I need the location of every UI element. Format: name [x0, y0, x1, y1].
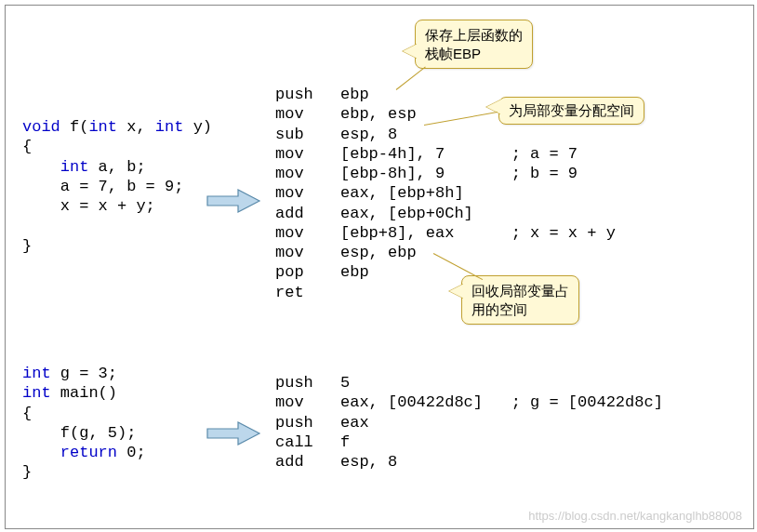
asm-opcode: add: [275, 452, 340, 472]
asm-opcode: mov: [275, 183, 340, 203]
asm-operand: esp, 8: [340, 125, 397, 144]
asm-line: addeax, [ebp+0Ch]: [275, 205, 473, 222]
code-token: int: [22, 365, 51, 382]
code-token: int: [22, 384, 51, 402]
asm-opcode: push: [275, 373, 340, 392]
svg-marker-1: [207, 422, 259, 445]
svg-marker-0: [207, 190, 259, 212]
arrow-f-to-asm: [206, 187, 261, 215]
asm-operand: [ebp-8h], 9: [340, 164, 445, 183]
code-token: int: [22, 158, 88, 176]
code-token: {: [22, 138, 32, 155]
code-token: g = 3;: [51, 365, 117, 382]
code-token: }: [22, 463, 32, 481]
asm-line: movebp, esp: [275, 105, 417, 123]
code-token: a, b;: [88, 158, 145, 176]
code-token: int: [88, 118, 117, 136]
asm-opcode: ret: [275, 283, 340, 302]
asm-operand: eax, [ebp+8h]: [340, 183, 464, 203]
asm-listing-main: push5 moveax, [00422d8c] ; g = [00422d8c…: [275, 373, 663, 472]
asm-opcode: pop: [275, 262, 340, 282]
asm-operand: ebp: [340, 85, 369, 104]
asm-opcode: mov: [275, 144, 340, 164]
c-source-f: void f(int x, int y) { int a, b; a = 7, …: [22, 117, 212, 256]
code-token: 0;: [117, 444, 146, 461]
asm-line: mov[ebp-4h], 7 ; a = 7: [275, 145, 578, 163]
asm-operand: esp, 8: [340, 452, 397, 472]
code-token: f(: [60, 118, 89, 136]
code-token: f(g, 5);: [22, 424, 136, 442]
asm-line: callf: [275, 433, 350, 451]
asm-opcode: mov: [275, 164, 340, 183]
asm-line: addesp, 8: [275, 453, 397, 471]
asm-operand: eax, [ebp+0Ch]: [340, 204, 473, 223]
c-source-main: int g = 3; int main() { f(g, 5); return …: [22, 364, 146, 483]
asm-line: subesp, 8: [275, 126, 397, 143]
asm-operand: 5: [340, 373, 350, 392]
asm-opcode: sub: [275, 125, 340, 144]
asm-operand: esp, ebp: [340, 243, 417, 262]
asm-listing-f: pushebp movebp, esp subesp, 8 mov[ebp-4h…: [275, 85, 616, 302]
asm-opcode: mov: [275, 392, 340, 412]
asm-comment: ; a = 7: [445, 145, 578, 163]
code-token: }: [22, 237, 32, 255]
callout-free-local: 回收局部变量占用的空间: [461, 275, 579, 325]
asm-operand: eax: [340, 413, 369, 432]
asm-line: movesp, ebp: [275, 244, 417, 261]
code-token: x,: [117, 118, 155, 136]
asm-operand: [ebp+8], eax: [340, 223, 454, 243]
asm-opcode: call: [275, 432, 340, 452]
asm-operand: ebp: [340, 262, 369, 282]
callout-save-ebp: 保存上层函数的栈帧EBP: [415, 20, 533, 69]
asm-operand: ebp, esp: [340, 104, 417, 124]
asm-operand: eax, [00422d8c]: [340, 392, 483, 412]
watermark-text: https://blog.csdn.net/kangkanglhb88008: [528, 509, 742, 523]
asm-opcode: mov: [275, 243, 340, 262]
asm-opcode: mov: [275, 223, 340, 243]
asm-comment: ; g = [00422d8c]: [483, 393, 663, 411]
asm-opcode: mov: [275, 104, 340, 124]
asm-operand: [ebp-4h], 7: [340, 144, 445, 164]
asm-opcode: push: [275, 85, 340, 104]
asm-line: moveax, [ebp+8h]: [275, 184, 464, 202]
code-token: x = x + y;: [22, 197, 155, 215]
asm-line: popebp: [275, 263, 369, 281]
asm-line: push5: [275, 374, 350, 392]
asm-line: pushebp: [275, 86, 369, 103]
asm-comment: ; b = 9: [445, 165, 578, 182]
asm-comment: ; x = x + y: [454, 224, 615, 242]
arrow-main-to-asm: [206, 419, 261, 447]
code-token: a = 7, b = 9;: [22, 178, 183, 195]
asm-line: mov[ebp-8h], 9 ; b = 9: [275, 165, 578, 182]
code-token: return: [22, 444, 117, 461]
callout-text: 回收局部变量占用的空间: [471, 283, 569, 317]
asm-opcode: push: [275, 413, 340, 432]
asm-opcode: add: [275, 204, 340, 223]
code-token: main(): [51, 384, 117, 402]
asm-line: pusheax: [275, 414, 369, 432]
code-token: {: [22, 405, 32, 422]
code-token: int: [155, 118, 184, 136]
asm-operand: f: [340, 432, 350, 452]
asm-line: ret: [275, 284, 340, 301]
asm-line: mov[ebp+8], eax ; x = x + y: [275, 224, 616, 242]
code-token: void: [22, 118, 60, 136]
callout-text: 保存上层函数的栈帧EBP: [425, 27, 523, 61]
asm-line: moveax, [00422d8c] ; g = [00422d8c]: [275, 393, 663, 411]
code-token: y): [183, 118, 212, 136]
